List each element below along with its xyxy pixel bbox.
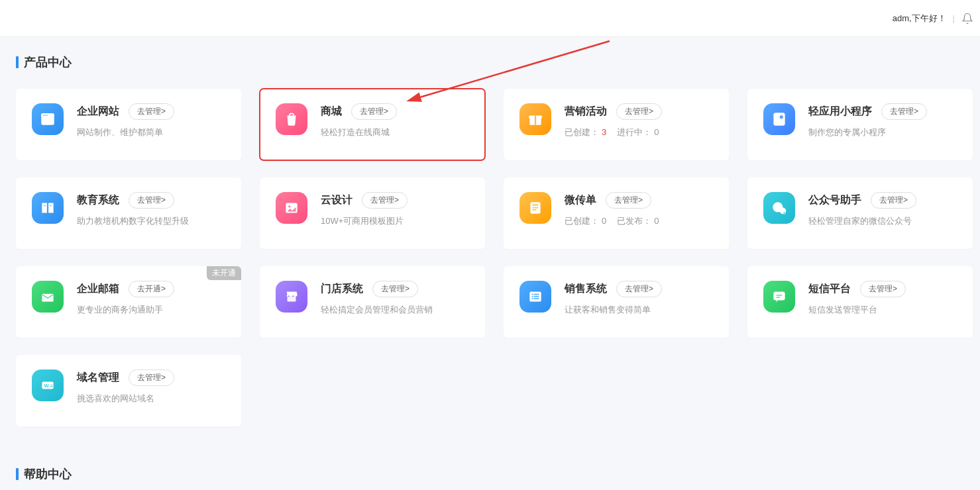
card-header: 域名管理去管理>: [77, 369, 225, 386]
status-badge: 未开通: [207, 266, 241, 280]
svg-point-4: [46, 115, 48, 116]
svg-rect-27: [534, 296, 539, 297]
card-body: 云设计去管理>10W+可商用模板图片: [321, 192, 469, 227]
card-header: 云设计去管理>: [321, 192, 469, 209]
book-icon: [32, 192, 64, 224]
card-desc: 轻松搞定会员管理和会员营销: [321, 304, 469, 316]
manage-button[interactable]: 去管理>: [129, 369, 174, 386]
product-card-6[interactable]: 微传单去管理>已创建：0已发布：0: [504, 177, 729, 249]
svg-rect-22: [288, 297, 296, 302]
card-body: 微传单去管理>已创建：0已发布：0: [565, 192, 713, 227]
card-body: 门店系统去管理>轻松搞定会员管理和会员营销: [321, 281, 469, 316]
card-body: 域名管理去管理>挑选喜欢的网站域名: [77, 369, 225, 405]
stat-active-label: 已发布：: [617, 216, 651, 226]
card-header: 营销活动去管理>: [565, 103, 713, 120]
stat-active: 已发布：0: [617, 216, 659, 226]
product-card-0[interactable]: 企业网站去管理>网站制作、维护都简单: [16, 89, 241, 160]
card-body: 公众号助手去管理>轻松管理自家的微信公众号: [808, 192, 957, 227]
svg-point-2: [43, 115, 44, 116]
svg-rect-16: [533, 207, 539, 209]
card-body: 销售系统去管理>让获客和销售变得简单: [565, 281, 713, 316]
card-body: 教育系统去管理>助力教培机构数字化转型升级: [77, 192, 225, 227]
manage-button[interactable]: 去管理>: [351, 103, 397, 120]
product-card-3[interactable]: 轻应用小程序去管理>制作您的专属小程序: [747, 89, 973, 160]
top-separator: |: [953, 13, 955, 23]
manage-button[interactable]: 去管理>: [129, 192, 174, 209]
svg-rect-8: [773, 113, 785, 126]
card-title: 短信平台: [808, 282, 851, 296]
card-title: 云设计: [321, 193, 353, 207]
card-header: 短信平台去管理>: [808, 281, 957, 297]
card-body: 商城去管理>轻松打造在线商城: [321, 103, 469, 138]
product-card-8[interactable]: 企业邮箱去开通>更专业的商务沟通助手未开通: [16, 266, 241, 338]
svg-rect-25: [534, 294, 539, 295]
stat-created-value: 0: [602, 216, 606, 226]
product-card-4[interactable]: 教育系统去管理>助力教培机构数字化转型升级: [16, 177, 241, 249]
manage-button[interactable]: 去管理>: [606, 192, 651, 209]
manage-button[interactable]: 去管理>: [860, 281, 906, 297]
svg-rect-24: [532, 294, 533, 295]
card-title: 微传单: [565, 193, 596, 207]
stat-created-label: 已创建：: [565, 216, 599, 226]
card-title: 销售系统: [565, 282, 607, 296]
stat-created: 已创建：3: [565, 127, 606, 137]
svg-rect-17: [533, 209, 536, 211]
card-title: 域名管理: [77, 371, 119, 385]
card-header: 企业网站去管理>: [77, 103, 225, 120]
list-icon: [519, 281, 551, 313]
mail-icon: [32, 281, 64, 313]
section-title-help-text: 帮助中心: [24, 466, 72, 482]
card-body: 营销活动去管理>已创建：3进行中：0: [565, 103, 713, 138]
card-header: 公众号助手去管理>: [808, 192, 957, 209]
stat-created: 已创建：0: [565, 216, 606, 226]
manage-button[interactable]: 去开通>: [129, 281, 174, 297]
card-desc: 短信发送管理平台: [808, 304, 957, 316]
card-header: 轻应用小程序去管理>: [808, 103, 957, 120]
manage-button[interactable]: 去管理>: [362, 192, 408, 209]
bell-icon[interactable]: [961, 13, 973, 24]
card-header: 商城去管理>: [321, 103, 469, 120]
card-title: 门店系统: [321, 282, 363, 296]
manage-button[interactable]: 去管理>: [129, 103, 174, 120]
card-title: 教育系统: [77, 193, 119, 207]
manage-button[interactable]: 去管理>: [372, 281, 418, 297]
svg-rect-30: [773, 291, 785, 300]
flyer-icon: [519, 192, 551, 224]
shop-icon: [276, 103, 307, 135]
svg-point-13: [288, 205, 290, 207]
product-card-10[interactable]: 销售系统去管理>让获客和销售变得简单: [504, 266, 729, 338]
product-card-11[interactable]: 短信平台去管理>短信发送管理平台: [747, 266, 973, 338]
product-card-9[interactable]: 门店系统去管理>轻松搞定会员管理和会员营销: [260, 266, 485, 338]
stat-created-label: 已创建：: [565, 127, 599, 137]
card-title: 企业网站: [77, 105, 119, 119]
domain-icon: W.=: [32, 369, 64, 401]
product-card-1[interactable]: 商城去管理>轻松打造在线商城: [260, 89, 485, 160]
store-icon: [276, 281, 307, 313]
gift-icon: [519, 103, 551, 135]
sms-icon: [763, 281, 795, 313]
svg-point-9: [779, 115, 784, 119]
card-stats: 已创建：3进行中：0: [565, 126, 713, 138]
miniapp-icon: [763, 103, 795, 135]
manage-button[interactable]: 去管理>: [881, 103, 927, 120]
manage-button[interactable]: 去管理>: [871, 192, 916, 209]
card-title: 企业邮箱: [77, 282, 119, 296]
section-title-help: 帮助中心: [16, 466, 964, 482]
card-header: 门店系统去管理>: [321, 281, 469, 297]
svg-rect-28: [532, 298, 533, 299]
product-card-2[interactable]: 营销活动去管理>已创建：3进行中：0: [504, 89, 729, 160]
manage-button[interactable]: 去管理>: [616, 103, 662, 120]
card-body: 企业网站去管理>网站制作、维护都简单: [77, 103, 225, 138]
svg-rect-29: [534, 298, 539, 299]
greeting-text: adm,下午好！: [893, 13, 946, 24]
product-card-12[interactable]: W.=域名管理去管理>挑选喜欢的网站域名: [16, 355, 241, 426]
product-card-5[interactable]: 云设计去管理>10W+可商用模板图片: [260, 177, 485, 249]
svg-point-20: [783, 212, 785, 214]
card-desc: 轻松管理自家的微信公众号: [808, 215, 957, 227]
manage-button[interactable]: 去管理>: [616, 281, 662, 297]
stat-created-value: 3: [602, 127, 606, 137]
product-card-7[interactable]: 公众号助手去管理>轻松管理自家的微信公众号: [747, 177, 973, 249]
website-icon: [32, 103, 64, 135]
product-grid: 企业网站去管理>网站制作、维护都简单商城去管理>轻松打造在线商城营销活动去管理>…: [16, 89, 964, 426]
card-desc: 挑选喜欢的网站域名: [77, 393, 225, 405]
